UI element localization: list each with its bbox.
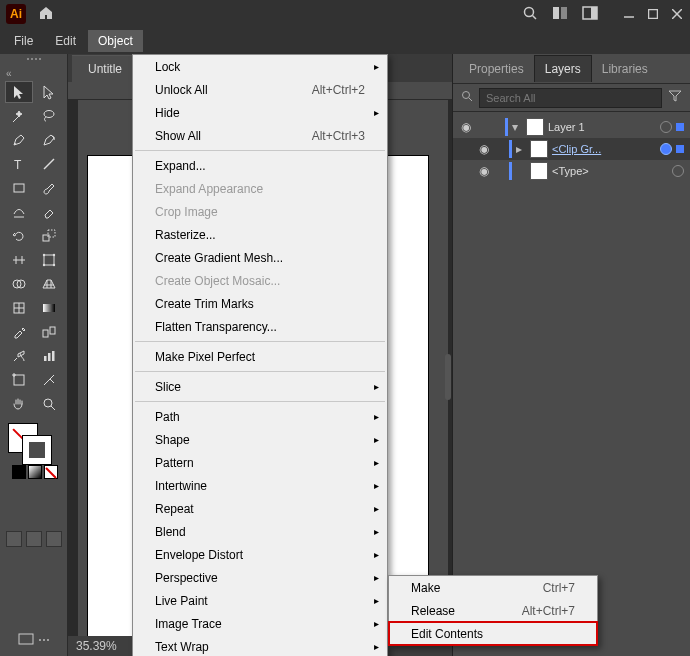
menu-item[interactable]: Envelope Distort [133, 543, 387, 566]
layer-row[interactable]: ◉ <Type> [453, 160, 690, 182]
eraser-tool[interactable] [35, 201, 63, 223]
visibility-icon[interactable]: ◉ [477, 164, 491, 178]
menu-object[interactable]: Object [88, 30, 143, 52]
menu-item[interactable]: Make Pixel Perfect [133, 345, 387, 368]
draw-inside-icon[interactable] [46, 531, 62, 547]
menu-item[interactable]: Rasterize... [133, 223, 387, 246]
tab-libraries[interactable]: Libraries [592, 56, 658, 82]
edit-toolbar-icon[interactable]: ⋯ [38, 633, 50, 650]
minimize-button[interactable] [622, 7, 636, 21]
color-mode-icon[interactable] [12, 465, 26, 479]
free-transform-tool[interactable] [35, 249, 63, 271]
layer-row[interactable]: ◉ ▾ Layer 1 [453, 116, 690, 138]
close-button[interactable] [670, 7, 684, 21]
menu-item[interactable]: Slice [133, 375, 387, 398]
collapse-chevrons-icon[interactable]: « [0, 68, 67, 79]
menu-item[interactable]: Lock [133, 55, 387, 78]
menu-item[interactable]: Create Gradient Mesh... [133, 246, 387, 269]
menu-item[interactable]: Pattern [133, 451, 387, 474]
hand-tool[interactable] [5, 393, 33, 415]
curvature-tool[interactable] [35, 129, 63, 151]
line-tool[interactable] [35, 153, 63, 175]
symbol-sprayer-tool[interactable] [5, 345, 33, 367]
chevron-right-icon[interactable]: ▸ [516, 142, 526, 156]
menu-item[interactable]: Show AllAlt+Ctrl+3 [133, 124, 387, 147]
shape-builder-tool[interactable] [5, 273, 33, 295]
menu-edit[interactable]: Edit [45, 30, 86, 52]
mesh-tool[interactable] [5, 297, 33, 319]
layer-name[interactable]: <Type> [552, 165, 668, 177]
filter-icon[interactable] [668, 90, 682, 105]
menu-item[interactable]: Image Trace [133, 612, 387, 635]
target-icon[interactable] [660, 121, 672, 133]
shaper-tool[interactable] [5, 201, 33, 223]
type-tool[interactable]: T [5, 153, 33, 175]
lasso-tool[interactable] [35, 105, 63, 127]
menu-item[interactable]: Create Trim Marks [133, 292, 387, 315]
panel-grip[interactable] [19, 58, 49, 64]
selection-indicator[interactable] [676, 123, 684, 131]
target-icon[interactable] [672, 165, 684, 177]
menu-item[interactable]: Text Wrap [133, 635, 387, 656]
eyedropper-tool[interactable] [5, 321, 33, 343]
submenu-item[interactable]: Edit Contents [389, 622, 597, 645]
menu-item[interactable]: Perspective [133, 566, 387, 589]
workspace-icon[interactable] [582, 6, 598, 23]
slice-tool[interactable] [35, 369, 63, 391]
screen-mode-icon[interactable] [18, 633, 34, 650]
menu-file[interactable]: File [4, 30, 43, 52]
gradient-mode-icon[interactable] [28, 465, 42, 479]
none-mode-icon[interactable] [44, 465, 58, 479]
selection-indicator[interactable] [676, 145, 684, 153]
menu-shortcut: Alt+Ctrl+2 [312, 83, 365, 97]
submenu-item[interactable]: MakeCtrl+7 [389, 576, 597, 599]
tab-properties[interactable]: Properties [459, 56, 534, 82]
panel-resize-handle[interactable] [445, 354, 451, 400]
rectangle-tool[interactable] [5, 177, 33, 199]
menu-item-label: Edit Contents [411, 627, 483, 641]
perspective-grid-tool[interactable] [35, 273, 63, 295]
direct-selection-tool[interactable] [35, 81, 63, 103]
target-icon[interactable] [660, 143, 672, 155]
visibility-icon[interactable]: ◉ [459, 120, 473, 134]
magic-wand-tool[interactable] [5, 105, 33, 127]
layer-name[interactable]: Layer 1 [548, 121, 656, 133]
tab-layers[interactable]: Layers [534, 55, 592, 82]
draw-normal-icon[interactable] [6, 531, 22, 547]
draw-behind-icon[interactable] [26, 531, 42, 547]
width-tool[interactable] [5, 249, 33, 271]
menu-item[interactable]: Unlock AllAlt+Ctrl+2 [133, 78, 387, 101]
layer-search-input[interactable] [479, 88, 662, 108]
gradient-tool[interactable] [35, 297, 63, 319]
zoom-level[interactable]: 35.39% [76, 639, 117, 653]
scale-tool[interactable] [35, 225, 63, 247]
maximize-button[interactable] [646, 7, 660, 21]
menu-item[interactable]: Path [133, 405, 387, 428]
layer-row[interactable]: ◉ ▸ <Clip Gr... [453, 138, 690, 160]
arrange-icon[interactable] [552, 6, 568, 23]
document-tab[interactable]: Untitle [72, 55, 138, 82]
menu-item[interactable]: Expand... [133, 154, 387, 177]
chevron-down-icon[interactable]: ▾ [512, 120, 522, 134]
zoom-tool[interactable] [35, 393, 63, 415]
menu-item[interactable]: Shape [133, 428, 387, 451]
paintbrush-tool[interactable] [35, 177, 63, 199]
visibility-icon[interactable]: ◉ [477, 142, 491, 156]
column-graph-tool[interactable] [35, 345, 63, 367]
menu-item[interactable]: Hide [133, 101, 387, 124]
menu-item[interactable]: Intertwine [133, 474, 387, 497]
rotate-tool[interactable] [5, 225, 33, 247]
layer-name[interactable]: <Clip Gr... [552, 143, 656, 155]
menu-item[interactable]: Live Paint [133, 589, 387, 612]
fill-stroke-swatch[interactable] [6, 421, 52, 461]
submenu-item[interactable]: ReleaseAlt+Ctrl+7 [389, 599, 597, 622]
menu-item[interactable]: Repeat [133, 497, 387, 520]
menu-item[interactable]: Flatten Transparency... [133, 315, 387, 338]
home-icon[interactable] [38, 5, 54, 24]
pen-tool[interactable] [5, 129, 33, 151]
menu-item[interactable]: Blend [133, 520, 387, 543]
blend-tool[interactable] [35, 321, 63, 343]
search-icon[interactable] [522, 5, 538, 24]
selection-tool[interactable] [5, 81, 33, 103]
artboard-tool[interactable] [5, 369, 33, 391]
